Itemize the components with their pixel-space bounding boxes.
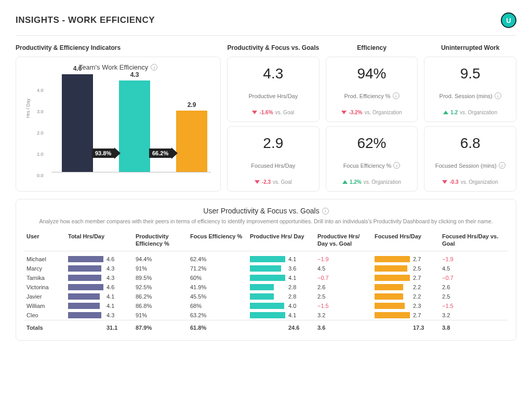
cell-fhg: −1.5 bbox=[440, 301, 508, 311]
totals-row: Totals31.187.9%61.8%24.63.617.33.8 bbox=[24, 320, 508, 333]
info-icon[interactable]: i bbox=[499, 162, 506, 169]
th-fh[interactable]: Focused Hrs/Day bbox=[373, 230, 440, 251]
funnel-arrow: 66.2% bbox=[149, 147, 178, 159]
chart-bar: 2.9 bbox=[176, 111, 207, 172]
metric-value: 62% bbox=[331, 135, 413, 152]
user-table-card: User Productivity & Focus vs. Goals i An… bbox=[16, 199, 516, 341]
cell-fe: 41.9% bbox=[188, 282, 248, 292]
table-row[interactable]: Cleo4.391%63.2%4.13.22.73.2 bbox=[24, 311, 508, 320]
metric-label: Prod. Session (mins) i bbox=[430, 92, 511, 99]
table-title: User Productivity & Focus vs. Goals bbox=[203, 207, 319, 215]
cell-user[interactable]: Victorina bbox=[24, 282, 66, 292]
cell-bar: 2.5 bbox=[375, 265, 438, 272]
table-row[interactable]: Javier4.186.2%45.5%2.82.52.22.5 bbox=[24, 292, 508, 301]
info-icon[interactable]: i bbox=[322, 208, 329, 214]
metric-delta: -0.3 vs. Organization bbox=[430, 179, 511, 185]
metric-delta: -3.2% vs. Organization bbox=[331, 110, 413, 115]
table-row[interactable]: Marcy4.391%71.2%3.64.52.54.5 bbox=[24, 264, 508, 273]
metric-value: 2.9 bbox=[233, 135, 314, 152]
th-phg[interactable]: Productive Hrs/ Day vs. Goal bbox=[315, 230, 373, 251]
metric-card: 9.5Prod. Session (mins) i 1.2 vs. Organi… bbox=[424, 57, 516, 122]
metric-label: Prod. Efficiency % i bbox=[331, 92, 413, 99]
th-ph[interactable]: Productive Hrs/ Day bbox=[248, 230, 315, 251]
trend-down-icon bbox=[442, 180, 447, 184]
cell-pe: 89.5% bbox=[134, 273, 188, 282]
metric-card: 4.3Productive Hrs/Day -1.6% vs. Goal bbox=[227, 57, 320, 122]
cell-user[interactable]: Tamika bbox=[24, 273, 66, 282]
cell-phg: −0.7 bbox=[315, 273, 373, 282]
funnel-arrow: 93.8% bbox=[92, 147, 121, 159]
cell-user[interactable]: Javier bbox=[24, 292, 66, 301]
cell-phg: −1.5 bbox=[315, 301, 373, 311]
cell-fhg: 4.5 bbox=[440, 264, 508, 273]
cell-bar: 4.3 bbox=[68, 265, 131, 272]
cell-user[interactable]: Marcy bbox=[24, 264, 66, 273]
cell-bar: 2.8 bbox=[250, 293, 313, 300]
table-row[interactable]: Tamika4.389.5%60%4.1−0.72.7−0.7 bbox=[24, 273, 508, 282]
cell-phg: 2.5 bbox=[315, 292, 373, 301]
trend-up-icon bbox=[443, 111, 448, 114]
cell-user[interactable]: Cleo bbox=[24, 311, 66, 320]
table-row[interactable]: Michael4.694.4%62.4%4.1−1.92.7−1.9 bbox=[24, 251, 508, 264]
cell-bar: 4.3 bbox=[68, 275, 131, 281]
chart-bar: 4.6 bbox=[62, 74, 93, 172]
cell-fe: 60% bbox=[188, 273, 248, 282]
trend-down-icon bbox=[252, 111, 257, 114]
metric-label: Focus Efficiency % i bbox=[331, 162, 413, 169]
metric-card: 94%Prod. Efficiency % i -3.2% vs. Organi… bbox=[326, 57, 418, 122]
page-title: INSIGHTS - WORK EFFICIENCY bbox=[16, 15, 155, 25]
cell-fhg: 2.5 bbox=[440, 292, 508, 301]
metric-delta: -1.6% vs. Goal bbox=[233, 110, 314, 115]
cell-pe: 94.4% bbox=[134, 251, 188, 264]
trend-down-icon bbox=[255, 180, 260, 184]
th-user[interactable]: User bbox=[24, 230, 66, 251]
trend-down-icon bbox=[341, 111, 347, 114]
metric-value: 4.3 bbox=[233, 65, 314, 82]
cell-bar: 2.7 bbox=[375, 275, 438, 281]
cell-pe: 91% bbox=[134, 311, 188, 320]
cell-pe: 86.2% bbox=[134, 292, 188, 301]
info-icon[interactable]: i bbox=[393, 92, 400, 99]
avatar[interactable]: U bbox=[501, 12, 516, 28]
cell-phg: 4.5 bbox=[315, 264, 373, 273]
cell-bar: 4.1 bbox=[68, 303, 131, 309]
cell-bar: 4.3 bbox=[68, 312, 131, 318]
cell-bar: 2.2 bbox=[375, 293, 438, 300]
cell-pe: 91% bbox=[134, 264, 188, 273]
y-axis-label: Hrs / Day bbox=[25, 98, 31, 118]
metric-label: Focused Hrs/Day bbox=[233, 163, 314, 169]
info-icon[interactable]: i bbox=[393, 162, 400, 169]
metric-label: Productive Hrs/Day bbox=[233, 93, 314, 99]
th-total[interactable]: Total Hrs/Day bbox=[66, 230, 134, 251]
cell-bar: 2.7 bbox=[375, 312, 438, 318]
cell-bar: 3.6 bbox=[250, 265, 313, 272]
cell-bar: 4.6 bbox=[68, 284, 131, 290]
cell-bar: 2.7 bbox=[375, 256, 438, 262]
cell-fhg: 3.2 bbox=[440, 311, 508, 320]
metric-value: 6.8 bbox=[430, 135, 511, 152]
table-subtitle: Analyze how each member compares with th… bbox=[24, 218, 508, 224]
th-pe[interactable]: Productivity Efficiency % bbox=[134, 230, 188, 251]
cell-fhg: 2.6 bbox=[440, 282, 508, 292]
info-icon[interactable]: i bbox=[495, 92, 501, 99]
cell-bar: 4.0 bbox=[250, 303, 313, 309]
section-title-eff: Efficiency bbox=[326, 44, 418, 51]
cell-bar: 4.6 bbox=[68, 256, 131, 262]
cell-bar: 2.3 bbox=[375, 303, 438, 309]
th-fhg[interactable]: Focused Hrs/Day vs. Goal bbox=[440, 230, 508, 251]
table-row[interactable]: William4.186.8%68%4.0−1.52.3−1.5 bbox=[24, 301, 508, 311]
metric-card: 62%Focus Efficiency % i 1.2% vs. Organiz… bbox=[326, 126, 418, 192]
cell-bar: 4.1 bbox=[250, 312, 313, 318]
section-title-pvg: Productivity & Focus vs. Goals bbox=[227, 44, 320, 51]
metric-value: 9.5 bbox=[430, 65, 511, 82]
cell-user[interactable]: William bbox=[24, 301, 66, 311]
info-icon[interactable]: i bbox=[151, 64, 157, 71]
cell-bar: 2.2 bbox=[375, 284, 438, 290]
cell-user[interactable]: Michael bbox=[24, 251, 66, 264]
metric-delta: 1.2% vs. Organization bbox=[331, 179, 413, 185]
page-header: INSIGHTS - WORK EFFICIENCY U bbox=[16, 12, 516, 36]
th-fe[interactable]: Focus Efficiency % bbox=[188, 230, 248, 251]
table-row[interactable]: Victorina4.692.5%41.9%2.82.62.22.6 bbox=[24, 282, 508, 292]
metric-card: 2.9Focused Hrs/Day -2.3 vs. Goal bbox=[227, 126, 320, 192]
metric-card: 6.8Focused Session (mins) i -0.3 vs. Org… bbox=[424, 126, 516, 192]
